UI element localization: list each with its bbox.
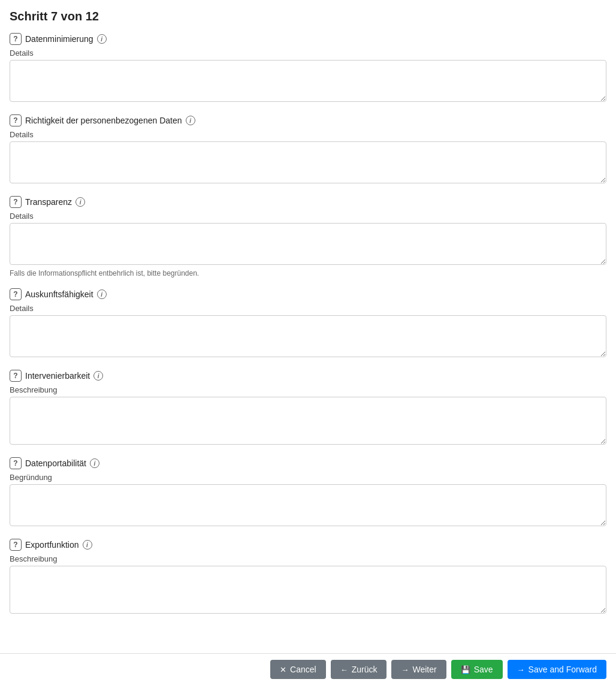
section-title-intervenierbarkeit: Intervenierbarkeit	[25, 371, 90, 381]
back-button[interactable]: ← Zurück	[331, 660, 387, 679]
back-icon: ←	[340, 665, 348, 674]
question-icon-exportfunktion: ?	[10, 539, 22, 551]
question-icon-auskunftsfaehigkeit: ?	[10, 288, 22, 300]
info-icon-datenminimierung[interactable]: i	[97, 34, 107, 44]
section-header-exportfunktion: ? Exportfunktion i	[10, 539, 606, 551]
section-title-auskunftsfaehigkeit: Auskunftsfähigkeit	[25, 289, 93, 299]
field-label-datenportabilitaet: Begründung	[10, 473, 606, 482]
section-intervenierbarkeit: ? Intervenierbarkeit i Beschreibung	[10, 370, 606, 446]
section-datenminimierung: ? Datenminimierung i Details	[10, 33, 606, 104]
question-icon-datenminimierung: ?	[10, 33, 22, 45]
section-richtigkeit: ? Richtigkeit der personenbezogenen Date…	[10, 114, 606, 185]
section-auskunftsfaehigkeit: ? Auskunftsfähigkeit i Details	[10, 288, 606, 359]
section-header-transparenz: ? Transparenz i	[10, 196, 606, 208]
question-icon-transparenz: ?	[10, 196, 22, 208]
save-forward-button[interactable]: → Save and Forward	[508, 660, 606, 679]
info-icon-transparenz[interactable]: i	[76, 197, 85, 207]
cancel-icon: ✕	[280, 665, 286, 674]
forward-arrow-icon: →	[401, 665, 409, 674]
field-label-datenminimierung: Details	[10, 49, 606, 58]
textarea-datenportabilitaet[interactable]	[10, 484, 606, 526]
save-forward-label: Save and Forward	[529, 665, 597, 674]
footer-bar: ✕ Cancel ← Zurück → Weiter 💾 Save → Save…	[0, 653, 616, 685]
textarea-datenminimierung[interactable]	[10, 60, 606, 102]
question-icon-datenportabilitaet: ?	[10, 457, 22, 469]
section-header-datenminimierung: ? Datenminimierung i	[10, 33, 606, 45]
section-header-auskunftsfaehigkeit: ? Auskunftsfähigkeit i	[10, 288, 606, 300]
section-title-datenminimierung: Datenminimierung	[25, 34, 93, 44]
forward-label: Weiter	[412, 665, 436, 674]
question-icon-intervenierbarkeit: ?	[10, 370, 22, 382]
back-label: Zurück	[352, 665, 378, 674]
field-label-intervenierbarkeit: Beschreibung	[10, 385, 606, 394]
textarea-exportfunktion[interactable]	[10, 566, 606, 614]
question-icon-richtigkeit: ?	[10, 114, 22, 126]
save-forward-icon: →	[517, 665, 525, 674]
section-exportfunktion: ? Exportfunktion i Beschreibung	[10, 539, 606, 615]
info-icon-datenportabilitaet[interactable]: i	[90, 458, 99, 468]
textarea-intervenierbarkeit[interactable]	[10, 397, 606, 445]
page-title: Schritt 7 von 12	[10, 10, 606, 23]
section-title-exportfunktion: Exportfunktion	[25, 540, 79, 550]
section-header-intervenierbarkeit: ? Intervenierbarkeit i	[10, 370, 606, 382]
cancel-button[interactable]: ✕ Cancel	[270, 660, 326, 679]
textarea-richtigkeit[interactable]	[10, 141, 606, 183]
section-datenportabilitaet: ? Datenportabilität i Begründung	[10, 457, 606, 528]
info-icon-richtigkeit[interactable]: i	[186, 116, 195, 125]
field-label-exportfunktion: Beschreibung	[10, 554, 606, 563]
section-title-transparenz: Transparenz	[25, 197, 72, 207]
field-label-transparenz: Details	[10, 212, 606, 221]
field-hint-transparenz: Falls die Informationspflicht entbehrlic…	[10, 269, 606, 277]
section-title-richtigkeit: Richtigkeit der personenbezogenen Daten	[25, 116, 182, 125]
section-header-richtigkeit: ? Richtigkeit der personenbezogenen Date…	[10, 114, 606, 126]
save-label: Save	[474, 665, 493, 674]
field-label-richtigkeit: Details	[10, 130, 606, 139]
info-icon-auskunftsfaehigkeit[interactable]: i	[97, 289, 107, 299]
forward-button[interactable]: → Weiter	[391, 660, 446, 679]
field-label-auskunftsfaehigkeit: Details	[10, 304, 606, 313]
save-icon: 💾	[461, 665, 470, 674]
cancel-label: Cancel	[290, 665, 316, 674]
section-header-datenportabilitaet: ? Datenportabilität i	[10, 457, 606, 469]
textarea-auskunftsfaehigkeit[interactable]	[10, 315, 606, 357]
section-title-datenportabilitaet: Datenportabilität	[25, 458, 86, 468]
section-transparenz: ? Transparenz i Details Falls die Inform…	[10, 196, 606, 277]
textarea-transparenz[interactable]	[10, 223, 606, 265]
save-button[interactable]: 💾 Save	[451, 660, 503, 679]
info-icon-exportfunktion[interactable]: i	[83, 540, 92, 550]
info-icon-intervenierbarkeit[interactable]: i	[93, 371, 103, 381]
